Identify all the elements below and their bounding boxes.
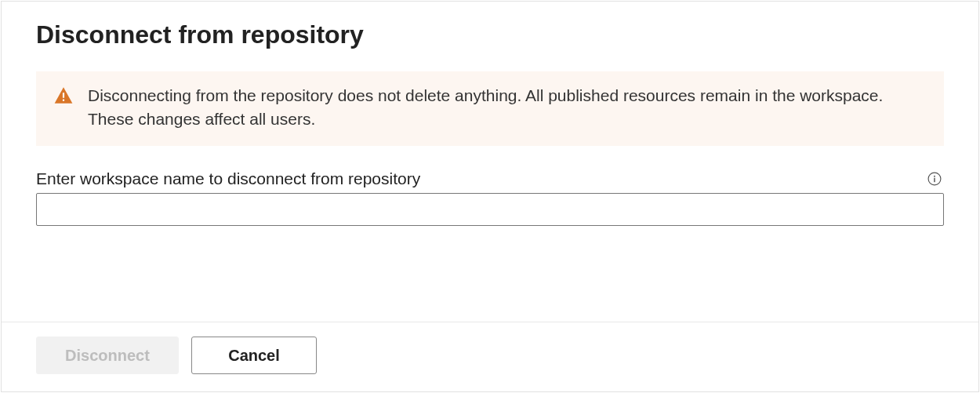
workspace-name-label: Enter workspace name to disconnect from …: [36, 169, 420, 188]
field-label-row: Enter workspace name to disconnect from …: [36, 169, 944, 188]
dialog-title: Disconnect from repository: [36, 20, 944, 49]
svg-point-3: [934, 176, 935, 177]
disconnect-repository-dialog: Disconnect from repository Disconnecting…: [1, 1, 979, 392]
dialog-footer: Disconnect Cancel: [2, 322, 978, 391]
cancel-button[interactable]: Cancel: [191, 337, 317, 374]
disconnect-button[interactable]: Disconnect: [36, 337, 179, 374]
svg-rect-4: [934, 178, 935, 182]
warning-icon: [53, 84, 74, 132]
warning-text: Disconnecting from the repository does n…: [88, 84, 927, 132]
info-icon[interactable]: [927, 171, 942, 187]
svg-rect-1: [63, 100, 64, 101]
workspace-name-input[interactable]: [36, 193, 944, 226]
warning-banner: Disconnecting from the repository does n…: [36, 71, 944, 146]
dialog-body: Disconnect from repository Disconnecting…: [2, 2, 978, 322]
svg-rect-0: [63, 93, 64, 98]
